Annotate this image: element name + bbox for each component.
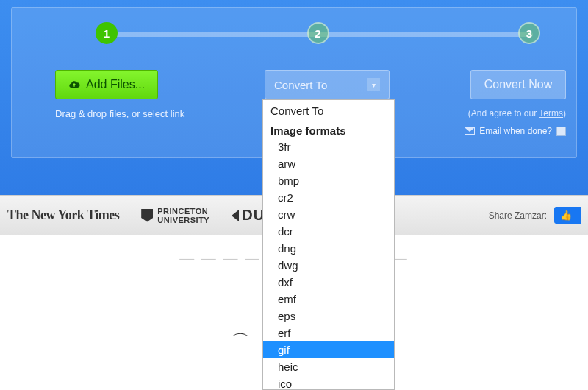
step-2: 2 xyxy=(307,22,329,44)
format-option-erf[interactable]: erf xyxy=(263,325,394,341)
duo-text: DU xyxy=(242,207,265,224)
share-label: Share Zamzar: xyxy=(489,210,547,221)
convert-to-label: Convert To xyxy=(274,79,327,91)
format-option-crw[interactable]: crw xyxy=(263,206,394,223)
terms-text: (And agree to our Terms) xyxy=(468,108,566,118)
email-when-done-row: Email when done? xyxy=(465,126,566,136)
brand-duo: DU xyxy=(232,207,265,224)
upload-cloud-icon xyxy=(68,79,80,91)
terms-pre: (And agree to our xyxy=(468,108,539,118)
format-option-heic[interactable]: heic xyxy=(263,358,394,375)
format-option-arw[interactable]: arw xyxy=(263,155,394,172)
select-link[interactable]: select link xyxy=(143,108,184,119)
terms-link[interactable]: Terms xyxy=(539,108,563,118)
shield-icon xyxy=(141,209,153,222)
dropdown-title: Convert To xyxy=(263,100,394,121)
convert-now-button[interactable]: Convert Now xyxy=(470,70,566,99)
chevron-down-icon: ▾ xyxy=(367,78,380,91)
format-dropdown-list[interactable]: Convert To Image formats 3frarwbmpcr2crw… xyxy=(262,99,395,390)
format-option-dcr[interactable]: dcr xyxy=(263,223,394,240)
step1-column: Add Files... Drag & drop files, or selec… xyxy=(55,70,195,119)
brand-nyt: The New York Times xyxy=(7,208,119,223)
step-3: 3 xyxy=(518,22,540,44)
thumb-up-icon: 👍 xyxy=(560,210,572,221)
step3-column: Convert Now (And agree to our Terms) Ema… xyxy=(441,70,566,136)
format-option-cr2[interactable]: cr2 xyxy=(263,189,394,206)
email-label: Email when done? xyxy=(479,126,552,136)
email-checkbox[interactable] xyxy=(556,127,566,136)
convert-now-label: Convert Now xyxy=(484,78,552,91)
share-row: Share Zamzar: 👍 xyxy=(489,207,581,224)
step2-column: Convert To ▾ xyxy=(261,70,393,99)
format-option-bmp[interactable]: bmp xyxy=(263,172,394,189)
fb-like-button[interactable]: 👍 xyxy=(554,207,581,224)
princeton-bot: UNIVERSITY xyxy=(157,216,209,224)
format-option-ico[interactable]: ico xyxy=(263,375,394,390)
step-1: 1 xyxy=(96,22,118,44)
add-files-button[interactable]: Add Files... xyxy=(55,70,158,99)
drag-drop-hint: Drag & drop files, or select link xyxy=(55,108,184,119)
format-option-3fr[interactable]: 3fr xyxy=(263,138,394,155)
format-option-eps[interactable]: eps xyxy=(263,308,394,325)
princeton-top: PRINCETON xyxy=(157,207,209,216)
format-option-dwg[interactable]: dwg xyxy=(263,257,394,274)
format-option-gif[interactable]: gif xyxy=(263,341,394,358)
convert-to-dropdown[interactable]: Convert To ▾ xyxy=(265,70,390,99)
format-option-dng[interactable]: dng xyxy=(263,240,394,257)
paperclip-icon: ⌒ xyxy=(232,330,249,353)
brand-princeton: PRINCETON UNIVERSITY xyxy=(141,207,209,224)
add-files-label: Add Files... xyxy=(86,78,145,91)
terms-post: ) xyxy=(563,108,566,118)
format-option-emf[interactable]: emf xyxy=(263,291,394,308)
dropdown-group-image: Image formats xyxy=(263,121,394,138)
hint-pre: Drag & drop files, or xyxy=(55,108,143,119)
envelope-icon xyxy=(465,127,475,135)
format-option-dxf[interactable]: dxf xyxy=(263,274,394,291)
triangle-left-icon xyxy=(232,210,239,221)
stepper: 1 2 3 xyxy=(96,22,540,44)
